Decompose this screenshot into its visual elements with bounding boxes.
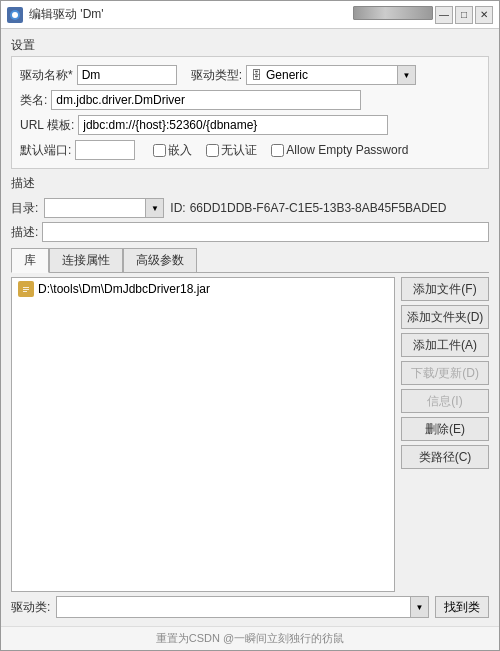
watermark: 重置为CSDN @一瞬间立刻独行的彷鼠: [1, 626, 499, 650]
add-file-button[interactable]: 添加文件(F): [401, 277, 489, 301]
class-input[interactable]: [51, 90, 361, 110]
add-folder-button[interactable]: 添加文件夹(D): [401, 305, 489, 329]
driver-class-arrow[interactable]: ▼: [410, 597, 428, 617]
window-title: 编辑驱动 'Dm': [29, 6, 104, 23]
library-content: D:\tools\Dm\DmJdbcDriver18.jar 添加文件(F) 添…: [11, 273, 489, 592]
driver-type-value: Generic: [266, 68, 397, 82]
info-button[interactable]: 信息(I): [401, 389, 489, 413]
dir-id-row: 目录: ▼ ID: 66DD1DDB-F6A7-C1E5-13B3-8AB45F…: [11, 198, 489, 218]
no-auth-label: 无认证: [221, 142, 257, 159]
id-value: 66DD1DDB-F6A7-C1E5-13B3-8AB45F5BADED: [190, 201, 447, 215]
file-item[interactable]: D:\tools\Dm\DmJdbcDriver18.jar: [12, 278, 394, 300]
download-update-button[interactable]: 下载/更新(D): [401, 361, 489, 385]
driver-type-icon: 🗄: [247, 69, 266, 81]
title-bar: 编辑驱动 'Dm' — □ ✕: [1, 1, 499, 29]
svg-rect-5: [23, 291, 27, 292]
no-auth-checkbox-group: 无认证: [206, 142, 257, 159]
find-class-button[interactable]: 找到类: [435, 596, 489, 618]
id-label: ID:: [170, 201, 185, 215]
dir-label: 目录:: [11, 200, 38, 217]
url-row: URL 模板:: [20, 115, 480, 135]
file-list[interactable]: D:\tools\Dm\DmJdbcDriver18.jar: [11, 277, 395, 592]
jar-file-icon: [18, 281, 34, 297]
desc-input[interactable]: [42, 222, 489, 242]
close-button[interactable]: ✕: [475, 6, 493, 24]
settings-section: 设置 驱动名称* 驱动类型: 🗄 Generic ▼ 类名:: [11, 37, 489, 169]
window-controls: — □ ✕: [353, 6, 493, 24]
driver-type-label: 驱动类型:: [191, 67, 242, 84]
embed-checkbox-group: 嵌入: [153, 142, 192, 159]
window-content: 设置 驱动名称* 驱动类型: 🗄 Generic ▼ 类名:: [1, 29, 499, 626]
desc-label: 描述:: [11, 224, 38, 241]
allow-empty-checkbox[interactable]: [271, 144, 284, 157]
port-row: 默认端口: 嵌入 无认证 Allow Empty P: [20, 140, 480, 160]
desc-section-label: 描述: [11, 175, 489, 192]
add-artifact-button[interactable]: 添加工件(A): [401, 333, 489, 357]
driver-class-select[interactable]: ▼: [56, 596, 429, 618]
driver-type-arrow[interactable]: ▼: [397, 66, 415, 84]
maximize-button[interactable]: □: [455, 6, 473, 24]
svg-rect-3: [23, 287, 29, 288]
no-auth-checkbox[interactable]: [206, 144, 219, 157]
app-icon: [7, 7, 23, 23]
driver-name-input[interactable]: [77, 65, 177, 85]
tab-bar: 库 连接属性 高级参数: [11, 248, 489, 273]
tab-library[interactable]: 库: [11, 248, 49, 273]
svg-rect-4: [23, 289, 29, 290]
driver-class-label: 驱动类:: [11, 599, 50, 616]
embed-checkbox[interactable]: [153, 144, 166, 157]
class-label: 类名:: [20, 92, 47, 109]
tab-advanced[interactable]: 高级参数: [123, 248, 197, 272]
allow-empty-checkbox-group: Allow Empty Password: [271, 143, 408, 157]
class-name-row: 类名:: [20, 90, 480, 110]
url-label: URL 模板:: [20, 117, 74, 134]
library-section: 库 连接属性 高级参数: [11, 248, 489, 618]
port-label: 默认端口:: [20, 142, 71, 159]
desc-input-row: 描述:: [11, 222, 489, 242]
file-path: D:\tools\Dm\DmJdbcDriver18.jar: [38, 282, 210, 296]
tab-connection[interactable]: 连接属性: [49, 248, 123, 272]
driver-type-select[interactable]: 🗄 Generic ▼: [246, 65, 416, 85]
url-input[interactable]: [78, 115, 388, 135]
svg-point-1: [12, 12, 18, 18]
description-section: 描述 目录: ▼ ID: 66DD1DDB-F6A7-C1E5-13B3-8AB…: [11, 175, 489, 242]
minimize-button[interactable]: —: [435, 6, 453, 24]
delete-button[interactable]: 删除(E): [401, 417, 489, 441]
settings-group: 驱动名称* 驱动类型: 🗄 Generic ▼ 类名:: [11, 56, 489, 169]
embed-label: 嵌入: [168, 142, 192, 159]
driver-name-label: 驱动名称*: [20, 67, 73, 84]
dir-select[interactable]: ▼: [44, 198, 164, 218]
driver-name-row: 驱动名称* 驱动类型: 🗄 Generic ▼: [20, 65, 480, 85]
scrollbar-decoration: [353, 6, 433, 20]
settings-label: 设置: [11, 37, 489, 54]
action-buttons: 添加文件(F) 添加文件夹(D) 添加工件(A) 下载/更新(D) 信息(I) …: [401, 277, 489, 592]
main-window: 编辑驱动 'Dm' — □ ✕ 设置 驱动名称* 驱动类型: 🗄: [0, 0, 500, 651]
driver-class-row: 驱动类: ▼ 找到类: [11, 596, 489, 618]
title-bar-left: 编辑驱动 'Dm': [7, 6, 104, 23]
dir-select-arrow[interactable]: ▼: [145, 199, 163, 217]
id-field: ID: 66DD1DDB-F6A7-C1E5-13B3-8AB45F5BADED: [170, 201, 489, 215]
allow-empty-label: Allow Empty Password: [286, 143, 408, 157]
classpath-button[interactable]: 类路径(C): [401, 445, 489, 469]
port-input[interactable]: [75, 140, 135, 160]
